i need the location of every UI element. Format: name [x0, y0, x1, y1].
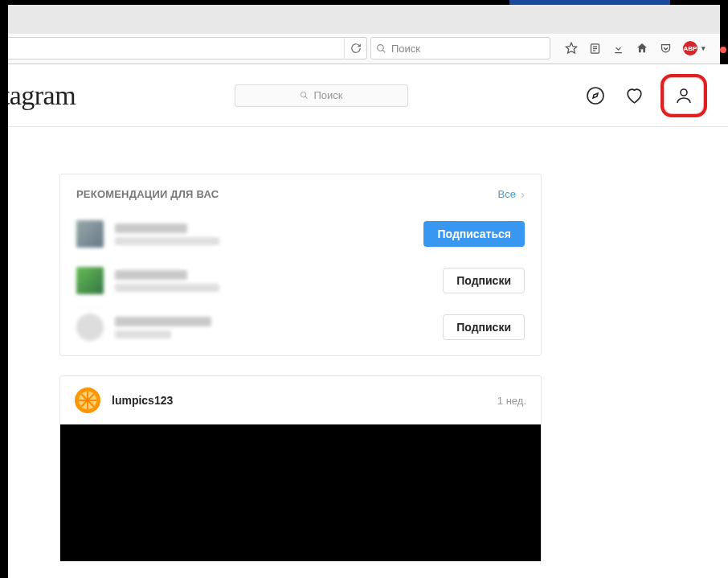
following-button[interactable]: Подписки [443, 268, 525, 293]
suggestion-row: Подписки [60, 304, 541, 355]
reload-button[interactable] [344, 37, 366, 59]
browser-search-placeholder: Поиск [391, 43, 420, 55]
post-author-username[interactable]: lumpics123 [112, 394, 173, 407]
svg-point-9 [587, 88, 603, 104]
window-left-border [0, 5, 8, 578]
browser-chrome: Поиск ABP [0, 5, 728, 64]
suggestions-see-all[interactable]: Все › [498, 187, 525, 201]
post-timestamp: 1 нед. [497, 395, 526, 407]
svg-point-0 [378, 44, 384, 51]
window-right-border [720, 5, 728, 64]
following-button[interactable]: Подписки [443, 314, 525, 340]
activity-heart-icon[interactable] [624, 85, 644, 106]
post-header: lumpics123 1 нед. [60, 376, 541, 424]
explore-icon[interactable] [585, 85, 606, 106]
app-search-box[interactable]: Поиск [235, 84, 408, 107]
home-icon[interactable] [636, 42, 648, 55]
active-tab-indicator [509, 0, 670, 5]
user-info[interactable] [115, 270, 431, 292]
feed-post: lumpics123 1 нед. [59, 375, 542, 562]
user-info[interactable] [115, 317, 431, 338]
user-info[interactable] [115, 223, 412, 245]
search-icon [376, 43, 386, 54]
app-logo[interactable]: stagram [0, 80, 76, 111]
username-redacted [115, 317, 211, 326]
post-author-avatar[interactable] [75, 387, 100, 413]
post-media[interactable] [60, 424, 541, 561]
suggestions-header: РЕКОМЕНДАЦИИ ДЛЯ ВАС Все › [60, 174, 541, 211]
subtitle-redacted [115, 284, 219, 292]
notification-dot [720, 47, 726, 53]
username-redacted [115, 223, 187, 233]
svg-point-7 [301, 92, 306, 96]
svg-line-1 [382, 50, 385, 52]
svg-marker-10 [593, 93, 598, 98]
profile-icon[interactable] [673, 85, 694, 106]
bookmark-star-icon[interactable] [565, 42, 578, 55]
see-all-label: Все [498, 188, 516, 200]
chevron-right-icon: › [521, 187, 525, 201]
follow-button[interactable]: Подписаться [423, 221, 525, 247]
avatar[interactable] [76, 267, 104, 294]
subtitle-redacted [115, 330, 171, 338]
pocket-icon[interactable] [660, 43, 672, 55]
avatar[interactable] [76, 314, 104, 341]
nav-icons [585, 74, 707, 117]
suggestion-row: Подписки [60, 257, 541, 304]
address-bar[interactable] [5, 37, 367, 59]
browser-search-box[interactable]: Поиск [370, 37, 550, 59]
subtitle-redacted [115, 237, 219, 245]
avatar[interactable] [76, 220, 104, 248]
svg-marker-2 [566, 43, 576, 54]
feed-column: РЕКОМЕНДАЦИИ ДЛЯ ВАС Все › Подписаться [0, 127, 542, 562]
svg-line-8 [305, 96, 308, 99]
app-viewport: stagram Поиск РЕКОМЕНДАЦИИ ДЛЯ [0, 64, 728, 562]
svg-point-11 [681, 89, 687, 96]
browser-action-icons: ABP [554, 41, 723, 55]
profile-button-highlight [661, 74, 707, 117]
suggestions-card: РЕКОМЕНДАЦИИ ДЛЯ ВАС Все › Подписаться [59, 174, 542, 356]
reading-list-icon[interactable] [589, 43, 601, 55]
app-search-placeholder: Поиск [313, 89, 342, 101]
app-header: stagram Поиск [0, 64, 728, 127]
downloads-icon[interactable] [612, 43, 624, 55]
username-redacted [115, 270, 187, 280]
toolbar: Поиск ABP [0, 34, 728, 64]
suggestion-row: Подписаться [60, 211, 541, 257]
search-icon [300, 91, 309, 100]
adblock-icon[interactable]: ABP [683, 41, 697, 55]
tab-strip[interactable] [0, 5, 728, 34]
suggestions-title: РЕКОМЕНДАЦИИ ДЛЯ ВАС [76, 188, 219, 200]
